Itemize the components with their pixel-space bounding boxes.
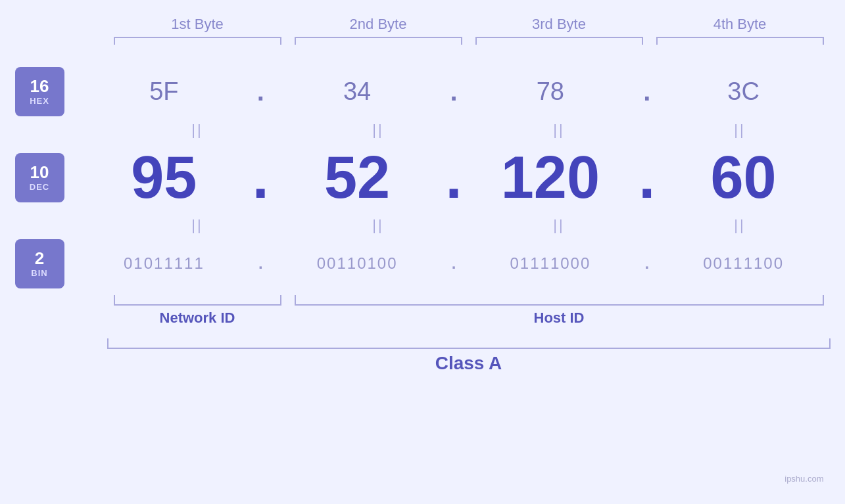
bin-byte3: 01111000: [464, 254, 637, 273]
dec-base-label: DEC: [30, 182, 49, 192]
bin-base-number: 2: [35, 249, 44, 268]
hex-base-number: 16: [30, 77, 49, 96]
dec-byte1: 95: [78, 144, 251, 212]
dec-byte4: 60: [657, 144, 831, 212]
bin-dot3: .: [637, 254, 657, 273]
dec-dot1: .: [251, 144, 270, 212]
dec-dot3: .: [637, 144, 657, 212]
hex-byte1: 5F: [78, 78, 251, 106]
eq1-b4: ||: [650, 122, 831, 139]
eq2-b3: ||: [469, 217, 650, 234]
hex-values: 5F . 34 . 78 . 3C: [64, 77, 831, 106]
host-id-label: Host ID: [288, 309, 831, 327]
network-id-label: Network ID: [107, 309, 288, 327]
watermark: ipshu.com: [785, 474, 823, 484]
equals-row-1: || || || ||: [15, 122, 831, 139]
bin-byte4: 00111100: [657, 254, 831, 273]
bracket-byte1: [114, 37, 281, 47]
equals-row-2: || || || ||: [15, 217, 831, 234]
dec-byte3: 120: [464, 144, 637, 212]
byte4-header: 4th Byte: [650, 16, 831, 37]
byte1-header: 1st Byte: [107, 16, 288, 37]
hex-byte2: 34: [270, 78, 444, 106]
bracket-byte2: [295, 37, 462, 47]
hex-byte4: 3C: [657, 78, 831, 106]
hex-base-label: HEX: [30, 96, 49, 106]
byte-headers-row: 1st Byte 2nd Byte 3rd Byte 4th Byte: [15, 16, 831, 37]
dec-dot2: .: [444, 144, 464, 212]
eq2-b2: ||: [288, 217, 469, 234]
bin-base-label: BIN: [31, 268, 47, 278]
class-section: Class A: [15, 338, 831, 374]
hex-dot1: .: [251, 77, 270, 106]
dec-byte2: 52: [270, 144, 444, 212]
bracket-byte4: [656, 37, 824, 47]
hex-dot3: .: [637, 77, 657, 106]
label-row: Network ID Host ID: [15, 309, 831, 327]
network-bracket: [114, 295, 281, 306]
eq2-b1: ||: [107, 217, 288, 234]
eq1-b2: ||: [288, 122, 469, 139]
eq1-b3: ||: [469, 122, 650, 139]
ip-address-diagram: 1st Byte 2nd Byte 3rd Byte 4th Byte 16 H…: [15, 16, 831, 489]
dec-base-number: 10: [30, 163, 49, 182]
hex-badge: 16 HEX: [15, 67, 64, 116]
byte2-header: 2nd Byte: [288, 16, 469, 37]
hex-dot2: .: [444, 77, 464, 106]
bin-values: 01011111 . 00110100 . 01111000 . 0011110…: [64, 254, 831, 273]
class-bracket: [107, 338, 831, 349]
bin-byte1: 01011111: [78, 254, 251, 273]
bracket-byte3: [475, 37, 643, 47]
class-label: Class A: [107, 353, 831, 374]
dec-badge: 10 DEC: [15, 153, 64, 202]
bin-byte2: 00110100: [270, 254, 444, 273]
label-bracket-row: [15, 295, 831, 306]
dec-values: 95 . 52 . 120 . 60: [64, 144, 831, 212]
eq1-b1: ||: [107, 122, 288, 139]
bin-row: 2 BIN 01011111 . 00110100 . 01111000 . 0…: [15, 239, 831, 288]
bin-dot1: .: [251, 254, 270, 273]
eq2-b4: ||: [650, 217, 831, 234]
host-bracket: [295, 295, 824, 306]
bin-dot2: .: [444, 254, 464, 273]
byte3-header: 3rd Byte: [469, 16, 650, 37]
hex-row: 16 HEX 5F . 34 . 78 . 3C: [15, 67, 831, 116]
hex-byte3: 78: [464, 78, 637, 106]
dec-row: 10 DEC 95 . 52 . 120 . 60: [15, 144, 831, 212]
top-bracket-row: [15, 37, 831, 47]
bin-badge: 2 BIN: [15, 239, 64, 288]
